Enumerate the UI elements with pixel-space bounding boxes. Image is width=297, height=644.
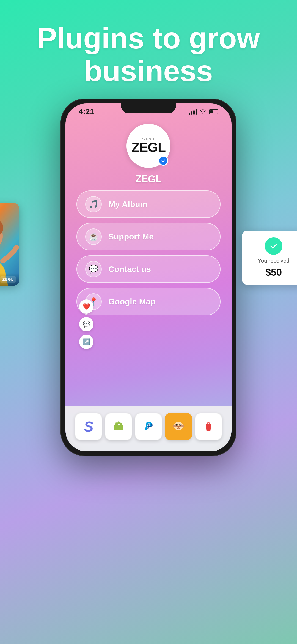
mailchimp-plugin[interactable] [165,413,192,440]
battery-icon [209,109,218,114]
status-time: 4:21 [79,107,94,116]
floating-preview-card: @zegl ZEGL [0,203,19,286]
svg-point-18 [179,424,181,426]
card-actions-strip: ❤️ 💬 ↗️ [79,299,297,349]
heart-icon[interactable]: ❤️ [79,299,94,314]
stripe-plugin[interactable]: S [75,413,102,440]
phone-frame: 4:21 [61,99,237,456]
card-overlay: @zegl ZEGL [0,273,19,286]
svg-text:P: P [147,422,153,431]
my-album-button[interactable]: 🎵 My Album [76,190,221,218]
shopify-plugin[interactable] [105,413,132,440]
mailchimp-icon [170,418,187,435]
profile-name: ZEGL [135,173,162,185]
card-brand: ZEGL [0,276,16,283]
logo-main-text: ZEGL [131,141,166,154]
signal-icon [189,109,197,115]
payment-received-text: You received [258,258,290,264]
phone-screen: 4:21 [65,103,232,451]
music-icon: 🎵 [85,196,102,212]
stripe-icon: S [84,418,94,435]
support-me-button[interactable]: ☕ Support Me [76,223,221,250]
paypal-icon: P P [142,420,155,433]
shopify2-icon [200,418,217,435]
profile-section: ZENGUI ZEGL ZEGL [65,116,232,185]
svg-point-22 [173,425,175,427]
contact-us-label: Contact us [108,264,151,274]
plugins-bar: S P P [65,406,232,451]
payment-check-icon [265,237,282,255]
svg-point-21 [177,426,180,428]
shopify-icon [110,418,127,435]
payment-amount: $50 [265,267,282,278]
share-icon[interactable]: ↗️ [79,335,94,349]
verified-badge [158,156,168,166]
svg-point-19 [177,424,177,425]
contact-us-button[interactable]: 💬 Contact us [76,255,221,283]
paypal-plugin[interactable]: P P [135,413,162,440]
phone-notch [121,103,176,113]
payment-card: You received $50 [242,231,297,285]
profile-logo: ZENGUI ZEGL [127,124,170,168]
svg-point-17 [176,424,178,426]
my-album-label: My Album [108,200,147,209]
phone-mockup: @zegl ZEGL ❤️ 💬 ↗️ 4:21 [0,99,297,456]
comment-icon[interactable]: 💬 [79,317,94,331]
coffee-icon: ☕ [85,228,102,245]
support-me-label: Support Me [108,232,154,241]
svg-point-20 [180,424,181,425]
hero-section: Plugins to grow business [0,0,297,99]
status-icons [189,108,218,115]
svg-point-23 [182,425,184,427]
shopify2-plugin[interactable] [195,413,222,440]
chat-icon: 💬 [85,261,102,277]
hero-title: Plugins to grow business [0,0,297,99]
wifi-icon [200,108,206,115]
